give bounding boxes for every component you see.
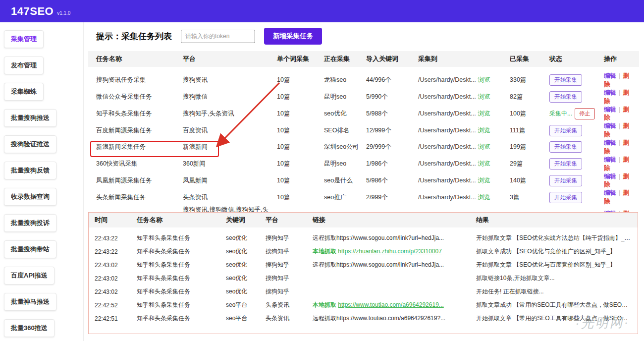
log-column-header: 平台 (266, 216, 313, 225)
sidebar-item[interactable]: 批量搜狗投诉 (4, 214, 56, 232)
log-task-cell: 知乎和头条采集任务 (137, 234, 226, 242)
edit-link[interactable]: 编辑 (604, 139, 616, 146)
status-cell: 开始采集 (549, 141, 604, 153)
task-column-header: 平台 (183, 55, 277, 63)
remote-fetch-url[interactable]: https://www.sogou.com/link?url=hedJja... (336, 234, 444, 241)
start-collect-button[interactable]: 开始采集 (549, 74, 582, 86)
save-path-text: /Users/hardy/Deskt... (418, 194, 476, 201)
start-collect-button[interactable]: 开始采集 (549, 175, 582, 186)
sidebar-item[interactable]: 采集管理 (4, 30, 44, 48)
save-path-text: /Users/hardy/Deskt... (418, 76, 476, 83)
sidebar-item[interactable]: 批量360推送 (4, 319, 54, 337)
edit-link[interactable]: 编辑 (604, 89, 616, 96)
task-column-header: 操作 (604, 55, 636, 63)
task-table-row: 头条新闻采集任务头条资讯10篇seo推广2/999个/Users/hardy/D… (88, 189, 639, 206)
sidebar-item[interactable]: 百度API推送 (4, 267, 54, 284)
task-column-header: 任务名称 (96, 55, 183, 63)
browse-link[interactable]: 浏览 (478, 93, 490, 100)
log-task-cell: 知乎和头条采集任务 (137, 274, 226, 283)
browse-link[interactable]: 浏览 (478, 143, 490, 150)
collecting-keyword-cell: 龙猫seo (324, 76, 366, 84)
separator: | (619, 106, 620, 113)
operations-cell: 编辑|删除 (604, 189, 636, 206)
add-task-button[interactable]: 新增采集任务 (264, 28, 322, 45)
start-collect-button[interactable]: 开始采集 (549, 141, 582, 153)
log-keyword-cell: seo优化 (226, 247, 266, 256)
operations-cell: 编辑|删除 (604, 72, 636, 89)
edit-link[interactable]: 编辑 (604, 156, 616, 163)
collected-count-cell: 140篇 (510, 176, 549, 185)
task-table-row: 360快资讯采集360新闻10篇昆明seo1/986个/Users/hardy/… (88, 156, 639, 172)
sidebar-item[interactable]: 搜狗验证推送 (4, 135, 56, 153)
task-column-header: 状态 (549, 55, 604, 63)
log-time-cell: 22:43:02 (95, 262, 137, 269)
local-fetch-url[interactable]: https://www.toutiao.com/a6964292619... (338, 301, 443, 308)
start-collect-button[interactable]: 开始采集 (549, 158, 582, 170)
log-table-row: 22:43:02知乎和头条采集任务seo优化搜狗知乎远程抓取https://ww… (89, 258, 638, 272)
sidebar-item[interactable]: 批量搜狗推送 (4, 109, 56, 127)
log-table-row: 22:43:02知乎和头条采集任务seo优化搜狗知乎开始任务! 正在抓取链接..… (89, 285, 638, 298)
edit-link[interactable]: 编辑 (604, 189, 616, 196)
imported-keywords-cell: 5/986个 (366, 176, 418, 185)
browse-link[interactable]: 浏览 (478, 194, 490, 201)
log-result-cell: 开始抓取文章 【常用的SEO工具有哪些大盘点，做SEO优化不再愁】 (476, 314, 635, 323)
collecting-keyword-cell: 昆明seo (324, 93, 366, 101)
sidebar-item[interactable]: 发布管理 (4, 57, 44, 74)
edit-link[interactable]: 编辑 (604, 106, 616, 113)
separator: | (619, 156, 620, 163)
start-collect-button[interactable]: 开始采集 (549, 125, 582, 136)
remote-fetch-url[interactable]: https://www.sogou.com/link?url=hedJja... (336, 261, 444, 268)
save-path-cell: /Users/hardy/Deskt...浏览 (418, 76, 510, 84)
operations-cell: 编辑|删除 (604, 172, 636, 189)
task-table-row: 凤凰新闻源采集任务凤凰新闻10篇seo是什么5/986个/Users/hardy… (88, 172, 639, 189)
stop-button[interactable]: 停止 (575, 108, 595, 119)
log-keyword-cell: seo优化 (226, 274, 266, 283)
browse-link[interactable]: 浏览 (478, 110, 490, 117)
sidebar-item[interactable]: 批量搜狗反馈 (4, 162, 56, 179)
log-platform-cell: 搜狗知乎 (266, 287, 313, 296)
edit-link[interactable]: 编辑 (604, 122, 616, 129)
per-word-cell: 10篇 (277, 126, 324, 135)
edit-link[interactable]: 编辑 (604, 72, 616, 79)
task-platform-cell: 搜狗微信 (183, 93, 277, 101)
status-cell: 开始采集 (549, 175, 604, 186)
remote-fetch-url[interactable]: https://www.toutiao.com/a6964292619?... (336, 315, 445, 322)
log-link-cell: 本地抓取 https://www.toutiao.com/a6964292619… (313, 301, 476, 309)
log-link-cell: 远程抓取https://www.toutiao.com/a6964292619?… (313, 314, 476, 323)
log-time-cell: 22:43:22 (95, 235, 137, 242)
start-collect-button[interactable]: 开始采集 (549, 91, 582, 103)
sidebar-item[interactable]: 收录数据查询 (4, 188, 56, 206)
start-collect-button[interactable]: 开始采集 (549, 192, 582, 203)
log-table-row: 22:43:02知乎和头条采集任务seo优化搜狗知乎抓取链接10条,开始抓取文章… (89, 272, 638, 285)
separator: | (619, 72, 620, 79)
per-word-cell: 10篇 (277, 76, 324, 84)
local-fetch-url[interactable]: https://zhuanlan.zhihu.com/p/23310007 (338, 248, 441, 255)
task-table-row: 知乎和头条采集任务搜狗知乎,头条资讯10篇seo优化5/988个/Users/h… (88, 106, 639, 122)
browse-link[interactable]: 浏览 (478, 177, 490, 184)
page-header: 提示：采集任务列表 新增采集任务 (88, 22, 639, 50)
collected-count-cell: 111篇 (510, 126, 549, 135)
log-table-row: 22:42:51知乎和头条采集任务seo平台头条资讯远程抓取https://ww… (89, 312, 638, 325)
edit-link[interactable]: 编辑 (604, 173, 616, 180)
browse-link[interactable]: 浏览 (478, 160, 490, 167)
log-table-row: 22:43:22知乎和头条采集任务seo优化搜狗知乎远程抓取https://ww… (89, 231, 638, 245)
collected-count-cell: 199篇 (510, 143, 549, 151)
token-input[interactable] (181, 30, 255, 43)
log-keyword-cell: seo平台 (226, 301, 266, 309)
collecting-keyword-cell: SEO排名 (324, 126, 366, 135)
browse-link[interactable]: 浏览 (478, 127, 490, 134)
save-path-text: /Users/hardy/Deskt... (418, 110, 476, 117)
collecting-keyword-cell: seo优化 (324, 110, 366, 118)
collected-count-cell: 3篇 (510, 193, 549, 202)
sidebar-item[interactable]: 批量神马推送 (4, 293, 56, 311)
sidebar-item[interactable]: 批量搜狗带站 (4, 240, 56, 258)
task-table-row: 新浪新闻采集任务新浪新闻10篇深圳seo公司29/999个/Users/hard… (88, 139, 639, 156)
sidebar-item[interactable]: 采集蜘蛛 (4, 83, 44, 101)
browse-link[interactable]: 浏览 (478, 76, 490, 83)
log-task-cell: 知乎和头条采集任务 (137, 301, 226, 309)
collected-count-cell: 29篇 (510, 160, 549, 168)
per-word-cell: 10篇 (277, 93, 324, 101)
log-column-header: 链接 (313, 216, 476, 225)
per-word-cell: 10篇 (277, 143, 324, 151)
log-keyword-cell: seo优化 (226, 287, 266, 296)
